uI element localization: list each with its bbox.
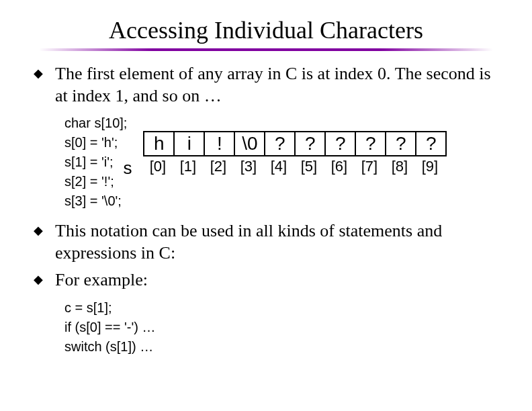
- code-line: s[0] = 'h';: [64, 133, 127, 152]
- bullet-3: For example:: [34, 269, 498, 291]
- slide-title: Accessing Individual Characters: [27, 16, 505, 44]
- code-block-2: c = s[1]; if (s[0] == '-') … switch (s[1…: [64, 298, 505, 357]
- array-index: [1]: [172, 158, 204, 175]
- array-index: [6]: [323, 158, 355, 175]
- array-indices: s [0] [1] [2] [3] [4] [5] [6] [7] [8] [9…: [143, 158, 447, 175]
- diagram: char s[10]; s[0] = 'h'; s[1] = 'i'; s[2]…: [64, 113, 505, 211]
- bullet-2: This notation can be used in all kinds o…: [34, 220, 498, 264]
- bullet-list: The first element of any array in C is a…: [34, 63, 498, 107]
- code-block-1: char s[10]; s[0] = 'h'; s[1] = 'i'; s[2]…: [64, 113, 127, 211]
- code-line: c = s[1];: [64, 298, 505, 318]
- bullet-list-2: This notation can be used in all kinds o…: [34, 220, 498, 291]
- array-index: [5]: [293, 158, 324, 175]
- code-line: s[1] = 'i';: [64, 152, 127, 172]
- slide: Accessing Individual Characters The firs…: [0, 0, 532, 411]
- array-index: [4]: [263, 158, 294, 175]
- array-cell: ?: [264, 131, 296, 156]
- array-cell: ?: [385, 131, 416, 156]
- bullet-1: The first element of any array in C is a…: [34, 63, 498, 107]
- code-line: if (s[0] == '-') …: [64, 318, 505, 337]
- array-index: [9]: [414, 158, 445, 175]
- array-index: [7]: [353, 158, 385, 175]
- array-cell: i: [173, 131, 205, 156]
- array-cell: ?: [294, 131, 326, 156]
- array-cell: h: [143, 131, 175, 156]
- array-cells: h i ! \0 ? ? ? ? ? ?: [143, 131, 447, 156]
- array-cell: ?: [355, 131, 386, 156]
- code-line: s[2] = '!';: [64, 172, 127, 191]
- title-underline: [39, 48, 493, 51]
- array-index: [0]: [142, 158, 173, 175]
- array-visual: h i ! \0 ? ? ? ? ? ? s [0] [1] [2] [3] […: [143, 131, 447, 175]
- code-line: s[3] = '\0';: [64, 191, 127, 211]
- array-label: s: [123, 158, 132, 179]
- array-cell: ?: [324, 131, 356, 156]
- code-line: switch (s[1]) …: [64, 337, 505, 357]
- code-line: char s[10];: [64, 113, 127, 133]
- bullet-1-text: The first element of any array in C is a…: [55, 64, 491, 105]
- array-cell: !: [204, 131, 235, 156]
- array-index: [2]: [202, 158, 234, 175]
- array-index: [8]: [384, 158, 415, 175]
- bullet-3-text: For example:: [55, 270, 148, 289]
- array-index: [3]: [232, 158, 264, 175]
- bullet-2-text: This notation can be used in all kinds o…: [55, 221, 442, 263]
- array-cell: ?: [415, 131, 447, 156]
- array-cell: \0: [234, 131, 265, 156]
